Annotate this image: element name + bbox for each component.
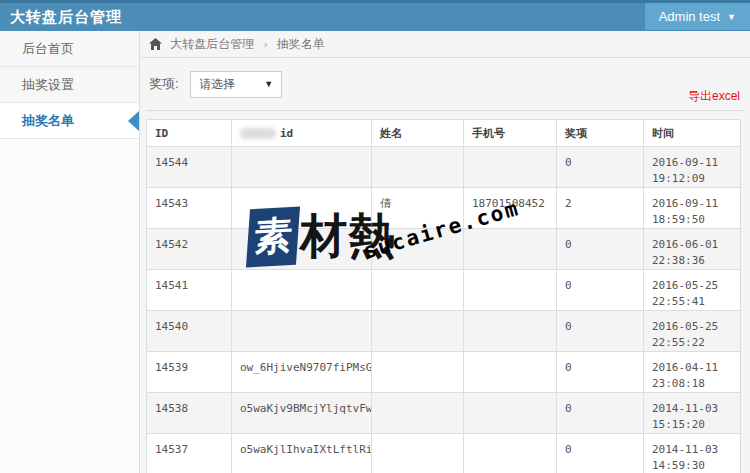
cell-name (372, 434, 464, 473)
cell-time-line: 22:55:41 (652, 295, 705, 308)
breadcrumb-item-root[interactable]: 大转盘后台管理 (170, 37, 254, 51)
cell-openid (232, 311, 372, 352)
cell-id: 14540 (147, 311, 232, 352)
cell-phone (464, 311, 557, 352)
cell-time: 2016-05-2522:55:41 (644, 270, 741, 311)
app-title: 大转盘后台管理 (0, 3, 750, 30)
cell-date-line: 2014-11-03 (652, 402, 718, 415)
cell-id: 14542 (147, 229, 232, 270)
cell-phone (464, 270, 557, 311)
cell-id: 14539 (147, 352, 232, 393)
col-header-openid: id (232, 120, 372, 147)
cell-time-line: 18:59:50 (652, 213, 705, 226)
cell-prize: 0 (557, 352, 644, 393)
winner-table-wrap: ID id 姓名 手机号 奖项 时间 14544 0 2016-09-1119:… (146, 119, 740, 473)
cell-name: 倩 (372, 188, 464, 229)
top-bar: 大转盘后台管理 Admin test▼ (0, 0, 750, 31)
sidebar-item-winner-list[interactable]: 抽奖名单 (0, 103, 139, 139)
cell-date-line: 2016-05-25 (652, 320, 718, 333)
cell-prize: 0 (557, 229, 644, 270)
table-row[interactable]: 14538 o5waKjv9BMcjYljqtvFwit6Y2qc4 0 201… (147, 393, 741, 434)
cell-phone (464, 393, 557, 434)
home-icon (149, 33, 162, 60)
prize-filter-label: 奖项: (149, 76, 179, 91)
table-row[interactable]: 14543 倩 18701508452 2 2016-09-1118:59:50 (147, 188, 741, 229)
cell-date-line: 2016-04-11 (652, 361, 718, 374)
prize-select-value: 请选择 (199, 77, 235, 91)
prize-select[interactable]: 请选择 ▼ (190, 71, 282, 98)
sidebar-item-label: 抽奖名单 (22, 113, 74, 128)
cell-time-line: 22:55:22 (652, 336, 705, 349)
cell-openid: ow_6HjiveN9707fiPMsGU-YZHDRE (232, 352, 372, 393)
sidebar-item-label: 后台首页 (22, 41, 74, 56)
cell-phone (464, 229, 557, 270)
cell-date-line: 2016-09-11 (652, 197, 718, 210)
cell-time-line: 23:08:18 (652, 377, 705, 390)
cell-id: 14538 (147, 393, 232, 434)
cell-prize: 0 (557, 311, 644, 352)
cell-name (372, 229, 464, 270)
table-row[interactable]: 14539 ow_6HjiveN9707fiPMsGU-YZHDRE 0 201… (147, 352, 741, 393)
cell-time: 2014-11-0315:15:20 (644, 393, 741, 434)
cell-date-line: 2016-05-25 (652, 279, 718, 292)
cell-phone (464, 434, 557, 473)
sidebar-item-label: 抽奖设置 (22, 77, 74, 92)
col-header-id: ID (147, 120, 232, 147)
sidebar-item-home[interactable]: 后台首页 (0, 31, 139, 67)
table-row[interactable]: 14541 0 2016-05-2522:55:41 (147, 270, 741, 311)
sidebar-item-lottery-settings[interactable]: 抽奖设置 (0, 67, 139, 103)
cell-id: 14543 (147, 188, 232, 229)
redacted-text-blur (240, 128, 276, 139)
table-row[interactable]: 14537 o5waKjlIhvaIXtLftlRihoKuP8HQ 0 201… (147, 434, 741, 473)
cell-openid (232, 188, 372, 229)
select-caret-icon: ▼ (264, 72, 273, 97)
cell-name (372, 393, 464, 434)
cell-prize: 0 (557, 393, 644, 434)
breadcrumb-separator: › (264, 38, 268, 50)
cell-time: 2016-05-2522:55:22 (644, 311, 741, 352)
cell-date-line: 2016-09-11 (652, 156, 718, 169)
breadcrumb: 大转盘后台管理 › 抽奖名单 (141, 31, 750, 58)
table-row[interactable]: 14542 0 2016-06-0122:38:36 (147, 229, 741, 270)
cell-time: 2014-11-0314:59:30 (644, 434, 741, 473)
cell-id: 14544 (147, 147, 232, 188)
admin-user-menu[interactable]: Admin test▼ (645, 3, 750, 30)
col-header-prize: 奖项 (557, 120, 644, 147)
page: 大转盘后台管理 Admin test▼ 后台首页 抽奖设置 抽奖名单 大转盘后台… (0, 0, 750, 473)
cell-time-line: 19:12:09 (652, 172, 705, 185)
winner-table: ID id 姓名 手机号 奖项 时间 14544 0 2016-09-1119:… (146, 119, 741, 473)
table-row[interactable]: 14540 0 2016-05-2522:55:22 (147, 311, 741, 352)
cell-time-line: 14:59:30 (652, 459, 705, 472)
cell-prize: 0 (557, 434, 644, 473)
col-header-name: 姓名 (372, 120, 464, 147)
cell-time: 2016-09-1119:12:09 (644, 147, 741, 188)
cell-time-line: 22:38:36 (652, 254, 705, 267)
cell-name (372, 270, 464, 311)
col-header-phone: 手机号 (464, 120, 557, 147)
cell-time: 2016-06-0122:38:36 (644, 229, 741, 270)
cell-openid (232, 229, 372, 270)
cell-openid (232, 270, 372, 311)
cell-openid (232, 147, 372, 188)
cell-phone (464, 352, 557, 393)
cell-openid: o5waKjlIhvaIXtLftlRihoKuP8HQ (232, 434, 372, 473)
chevron-down-icon: ▼ (727, 4, 736, 31)
sidebar: 后台首页 抽奖设置 抽奖名单 (0, 31, 140, 473)
table-header-row: ID id 姓名 手机号 奖项 时间 (147, 120, 741, 147)
cell-prize: 2 (557, 188, 644, 229)
table-row[interactable]: 14544 0 2016-09-1119:12:09 (147, 147, 741, 188)
cell-prize: 0 (557, 270, 644, 311)
cell-date-line: 2016-06-01 (652, 238, 718, 251)
divider (146, 110, 745, 111)
cell-time: 2016-04-1123:08:18 (644, 352, 741, 393)
cell-openid: o5waKjv9BMcjYljqtvFwit6Y2qc4 (232, 393, 372, 434)
export-excel-link[interactable]: 导出excel (688, 88, 740, 105)
cell-phone (464, 147, 557, 188)
cell-name (372, 352, 464, 393)
filter-row: 奖项: 请选择 ▼ (141, 58, 750, 98)
cell-id: 14537 (147, 434, 232, 473)
breadcrumb-item-current[interactable]: 抽奖名单 (277, 37, 325, 51)
col-header-time: 时间 (644, 120, 741, 147)
cell-prize: 0 (557, 147, 644, 188)
cell-id: 14541 (147, 270, 232, 311)
